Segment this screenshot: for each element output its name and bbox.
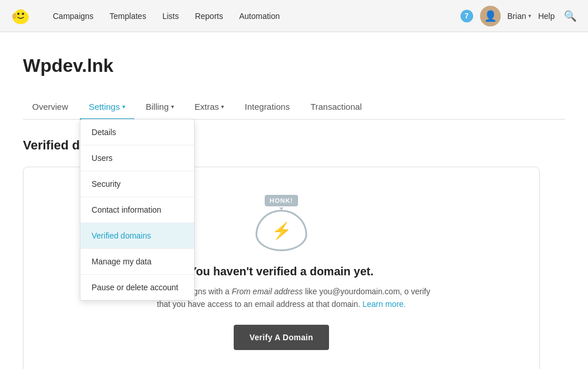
crack-icon: ⚡: [272, 221, 292, 240]
notification-badge[interactable]: 7: [461, 10, 473, 22]
user-menu[interactable]: Brian ▾: [508, 11, 532, 21]
subnav-overview[interactable]: Overview: [23, 95, 78, 120]
page-content: Wpdev.lnk Overview Settings ▾ Details Us…: [0, 32, 588, 369]
subnav-transactional[interactable]: Transactional: [301, 95, 372, 120]
chevron-down-icon: ▾: [528, 13, 531, 19]
extras-chevron-icon: ▾: [221, 103, 224, 110]
settings-dropdown: Details Users Security Contact informati…: [80, 119, 195, 301]
honk-bubble: HONK!: [265, 195, 297, 206]
verify-domain-button[interactable]: Verify A Domain: [234, 325, 330, 350]
learn-more-link[interactable]: Learn more.: [362, 299, 405, 309]
nav-templates[interactable]: Templates: [103, 7, 153, 25]
nav-automation[interactable]: Automation: [232, 7, 287, 25]
billing-chevron-icon: ▾: [171, 103, 174, 110]
dropdown-verified-domains[interactable]: Verified domains: [80, 223, 194, 249]
search-icon[interactable]: 🔍: [562, 7, 579, 25]
egg-shape: ⚡: [256, 210, 307, 251]
dropdown-security[interactable]: Security: [80, 171, 194, 197]
honk-illustration: HONK! ⚡: [256, 195, 307, 251]
settings-chevron-icon: ▾: [122, 103, 125, 110]
subnav-settings[interactable]: Settings ▾ Details Users Security Contac…: [80, 95, 134, 120]
dropdown-details[interactable]: Details: [80, 120, 194, 145]
svg-point-4: [13, 14, 16, 18]
settings-label: Settings: [89, 102, 120, 112]
extras-label: Extras: [195, 102, 219, 112]
user-name-label: Brian: [508, 11, 527, 21]
subnav-integrations[interactable]: Integrations: [235, 95, 299, 120]
svg-point-3: [22, 13, 24, 15]
desc-mid: like you@yourdomain.com,: [303, 287, 404, 296]
billing-label: Billing: [146, 102, 169, 112]
subnav-billing[interactable]: Billing ▾: [137, 95, 183, 120]
dropdown-manage-data[interactable]: Manage my data: [80, 249, 194, 275]
help-link[interactable]: Help: [538, 11, 555, 21]
nav-campaigns[interactable]: Campaigns: [46, 7, 100, 25]
nav-lists[interactable]: Lists: [156, 7, 186, 25]
avatar: 👤: [480, 6, 501, 26]
dropdown-users[interactable]: Users: [80, 145, 194, 171]
nav-reports[interactable]: Reports: [188, 7, 230, 25]
page-title: Wpdev.lnk: [23, 55, 565, 76]
nav-links: Campaigns Templates Lists Reports Automa…: [46, 7, 461, 25]
nav-right: 7 👤 Brian ▾ Help 🔍: [461, 6, 579, 26]
logo-area[interactable]: [9, 5, 32, 28]
empty-state-title: You haven't verified a domain yet.: [189, 265, 373, 278]
desc-italic: From email address: [232, 287, 303, 296]
dropdown-contact-info[interactable]: Contact information: [80, 197, 194, 223]
sub-navigation: Overview Settings ▾ Details Users Securi…: [23, 95, 565, 120]
svg-point-1: [15, 9, 26, 21]
mailchimp-logo: [9, 5, 32, 28]
subnav-extras[interactable]: Extras ▾: [185, 95, 234, 120]
dropdown-pause-delete[interactable]: Pause or delete account: [80, 275, 194, 300]
svg-point-2: [17, 13, 20, 15]
top-navigation: Campaigns Templates Lists Reports Automa…: [0, 0, 588, 32]
